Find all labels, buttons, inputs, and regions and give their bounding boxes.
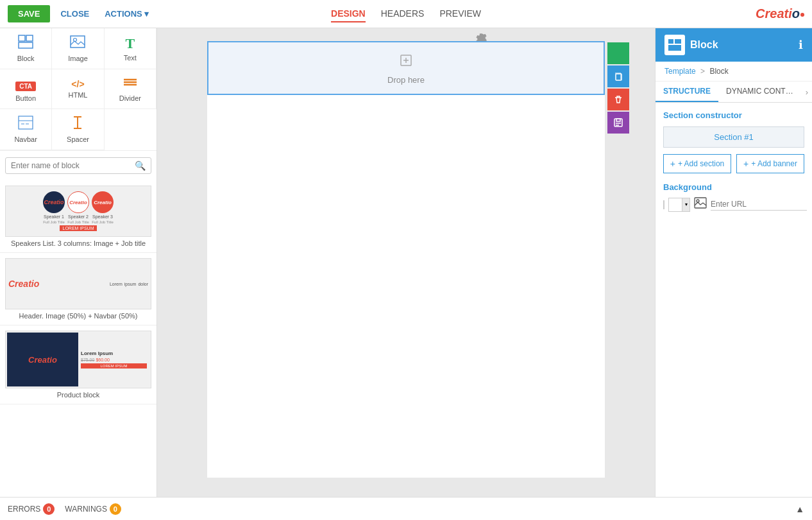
- warnings-label: WARNINGS: [65, 505, 107, 514]
- drop-here-text: Drop here: [387, 75, 425, 85]
- button-label: Button: [15, 94, 36, 102]
- speaker1-avatar: Creatio: [43, 191, 65, 213]
- template-product-label: Product block: [5, 391, 151, 399]
- background-controls: ▾: [663, 197, 804, 212]
- right-panel: Block ℹ Template > Block STRUCTURE DYNAM…: [655, 28, 812, 497]
- tab-design[interactable]: DESIGN: [331, 6, 366, 22]
- warnings-button[interactable]: WARNINGS 0: [65, 503, 121, 515]
- svg-rect-2: [19, 42, 33, 48]
- save-button[interactable]: SAVE: [8, 5, 50, 22]
- svg-rect-0: [19, 35, 25, 41]
- canvas-area: Drop here: [157, 28, 655, 497]
- add-banner-label: + Add banner: [751, 159, 797, 168]
- template-speakers-preview: Creatio Speaker 1 Full Job Title Creatio…: [5, 186, 151, 237]
- svg-rect-24: [695, 198, 706, 208]
- search-input[interactable]: [11, 161, 135, 170]
- block-icon: [18, 35, 33, 53]
- template-speakers[interactable]: Creatio Speaker 1 Full Job Title Creatio…: [0, 180, 156, 253]
- bottom-bar: ERRORS 0 WARNINGS 0 ▲: [0, 497, 812, 520]
- html-icon: </>: [71, 79, 84, 89]
- component-button[interactable]: CTA Button: [0, 69, 52, 109]
- template-product-preview: Creatio Lorem Ipsum $75.00 $60.00 LOREM …: [5, 331, 151, 388]
- canvas-section: Drop here: [207, 41, 605, 95]
- component-text[interactable]: T Text: [105, 28, 156, 69]
- drop-icon: [397, 51, 415, 73]
- template-speakers-label: Speakers List. 3 columns: Image + Job ti…: [5, 239, 151, 247]
- logo: Creatio: [756, 6, 804, 21]
- tab-dynamic-content[interactable]: DYNAMIC CONT…: [718, 82, 801, 102]
- components-grid: Block Image T Text CTA Button: [0, 28, 156, 151]
- svg-rect-22: [675, 39, 681, 44]
- component-divider[interactable]: Divider: [105, 69, 156, 109]
- bg-image-icon[interactable]: [694, 197, 707, 212]
- tab-preview[interactable]: PREVIEW: [439, 6, 481, 22]
- svg-rect-21: [668, 39, 673, 44]
- panel-block-icon: [664, 35, 685, 55]
- section-constructor-label: Section constructor: [663, 110, 804, 120]
- close-button[interactable]: CLOSE: [55, 5, 94, 22]
- svg-rect-3: [71, 36, 85, 48]
- topbar-tabs: DESIGN HEADERS PREVIEW: [331, 6, 481, 22]
- search-box: 🔍: [5, 157, 151, 174]
- section-actions: [607, 42, 629, 134]
- main-layout: Block Image T Text CTA Button: [0, 28, 812, 497]
- expand-button[interactable]: ▲: [795, 504, 804, 514]
- template-header-preview: Creatio Lorem ipsum dolor: [5, 258, 151, 309]
- add-buttons: + + Add section + + Add banner: [663, 154, 804, 173]
- navbar-label: Navbar: [14, 135, 37, 143]
- actions-button[interactable]: ACTIONS: [99, 5, 154, 22]
- save-section-button[interactable]: [607, 112, 629, 134]
- copy-section-button[interactable]: [607, 65, 629, 87]
- svg-point-4: [74, 39, 77, 42]
- add-banner-plus-icon: +: [743, 159, 749, 169]
- panel-tab-arrow[interactable]: ›: [802, 82, 812, 102]
- bg-color-swatch[interactable]: [668, 198, 682, 212]
- delete-section-button[interactable]: [607, 89, 629, 110]
- left-sidebar: Block Image T Text CTA Button: [0, 28, 157, 497]
- topbar: SAVE CLOSE ACTIONS DESIGN HEADERS PREVIE…: [0, 0, 812, 28]
- panel-tabs: STRUCTURE DYNAMIC CONT… ›: [656, 82, 812, 103]
- image-icon: [70, 35, 85, 53]
- template-header-label: Header. Image (50%) + Navbar (50%): [5, 312, 151, 320]
- tab-structure[interactable]: STRUCTURE: [656, 82, 718, 102]
- blocks-list: Creatio Speaker 1 Full Job Title Creatio…: [0, 180, 156, 497]
- bg-url-input[interactable]: [711, 198, 807, 211]
- move-section-button[interactable]: [607, 42, 629, 64]
- bg-checkbox[interactable]: [663, 200, 664, 209]
- breadcrumb-template[interactable]: Template: [664, 67, 696, 76]
- component-html[interactable]: </> HTML: [52, 69, 104, 109]
- component-navbar[interactable]: Navbar: [0, 109, 52, 150]
- image-label: Image: [68, 55, 88, 62]
- errors-label: ERRORS: [8, 505, 40, 514]
- template-header[interactable]: Creatio Lorem ipsum dolor Header. Image …: [0, 253, 156, 325]
- button-icon: CTA: [15, 76, 36, 92]
- info-icon[interactable]: ℹ: [799, 38, 803, 52]
- search-icon[interactable]: 🔍: [135, 160, 146, 171]
- section-item[interactable]: Section #1: [663, 126, 804, 148]
- svg-rect-20: [616, 119, 620, 121]
- panel-content: Section constructor Section #1 + + Add s…: [656, 103, 812, 497]
- svg-rect-23: [668, 45, 681, 51]
- bg-color-dropdown[interactable]: ▾: [682, 198, 690, 212]
- canvas-wrapper: Drop here: [207, 41, 605, 478]
- spacer-label: Spacer: [67, 135, 89, 143]
- text-label: Text: [124, 54, 137, 62]
- speaker2-avatar: Creatio: [67, 191, 89, 213]
- component-block[interactable]: Block: [0, 28, 52, 69]
- panel-header: Block ℹ: [656, 28, 812, 62]
- component-image[interactable]: Image: [52, 28, 104, 69]
- errors-button[interactable]: ERRORS 0: [8, 503, 55, 515]
- svg-rect-1: [26, 35, 33, 41]
- background-label: Background: [663, 182, 804, 192]
- add-section-button[interactable]: + + Add section: [663, 154, 731, 173]
- tab-headers[interactable]: HEADERS: [381, 6, 425, 22]
- breadcrumb-block: Block: [709, 67, 728, 76]
- add-banner-button[interactable]: + + Add banner: [736, 154, 804, 173]
- html-label: HTML: [69, 91, 88, 99]
- divider-icon: [123, 76, 138, 92]
- component-spacer[interactable]: Spacer: [52, 109, 104, 150]
- drop-zone[interactable]: Drop here: [208, 42, 604, 94]
- template-product[interactable]: Creatio Lorem Ipsum $75.00 $60.00 LOREM …: [0, 325, 156, 404]
- speaker3-avatar: Creatio: [92, 191, 114, 213]
- add-section-label: + Add section: [678, 159, 724, 168]
